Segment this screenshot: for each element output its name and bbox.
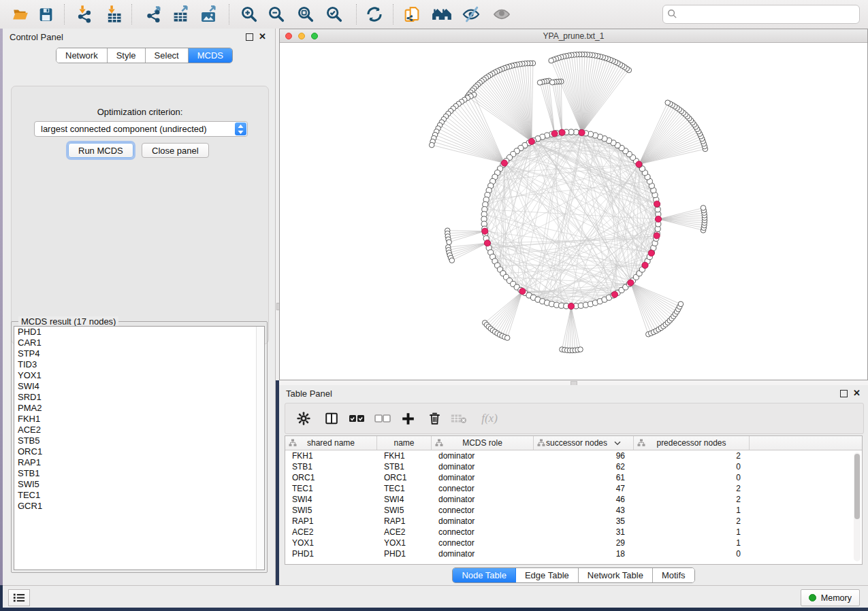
table-row[interactable]: STB1STB1dominator620 [285, 461, 862, 472]
export-image-button[interactable] [197, 3, 220, 26]
network-dominator-node[interactable] [654, 201, 660, 207]
table-row[interactable]: TEC1TEC1connector472 [285, 483, 862, 494]
tab-select[interactable]: Select [146, 48, 189, 63]
mcds-result-item[interactable]: STB1 [14, 468, 264, 479]
mcds-result-item[interactable]: TID3 [14, 359, 264, 370]
column-header-shared-name[interactable]: shared name [285, 436, 377, 450]
delete-table-button[interactable] [449, 408, 469, 429]
table-row[interactable]: ACE2ACE2connector311 [285, 527, 862, 538]
tab-motifs[interactable]: Motifs [653, 568, 694, 582]
zoom-out-button[interactable] [265, 3, 288, 26]
network-dominator-node[interactable] [655, 216, 661, 222]
table-row[interactable]: FKH1FKH1dominator962 [285, 450, 862, 461]
mcds-result-item[interactable]: SWI4 [14, 381, 264, 392]
network-dominator-node[interactable] [611, 291, 617, 297]
table-row[interactable]: YOX1YOX1connector291 [285, 538, 862, 548]
table-row[interactable]: PHD1PHD1dominator180 [285, 548, 862, 559]
optimization-criterion-select[interactable]: largest connected component (undirected) [34, 121, 248, 137]
close-panel-button[interactable]: Close panel [142, 143, 209, 158]
mcds-result-item[interactable]: RAP1 [14, 457, 264, 468]
network-node[interactable] [447, 240, 452, 245]
close-panel-icon[interactable]: ✕ [853, 389, 861, 397]
mcds-result-item[interactable]: STB5 [14, 435, 264, 446]
memory-button[interactable]: Memory [801, 589, 860, 606]
mcds-result-item[interactable]: GCR1 [14, 501, 264, 512]
network-canvas[interactable] [280, 42, 867, 380]
column-header-MCDS-role[interactable]: MCDS role [432, 436, 534, 450]
export-network-button[interactable] [142, 3, 165, 26]
table-row[interactable]: SWI5SWI5connector431 [285, 505, 862, 516]
network-window-titlebar[interactable]: YPA_prune.txt_1 [280, 29, 867, 43]
network-dominator-node[interactable] [551, 131, 558, 137]
mcds-result-item[interactable]: ACE2 [14, 425, 264, 435]
import-table-button[interactable] [102, 3, 125, 26]
refresh-view-button[interactable] [363, 3, 386, 26]
mcds-result-item[interactable]: STP4 [14, 348, 264, 359]
network-node[interactable] [550, 80, 556, 85]
zoom-in-button[interactable] [238, 3, 261, 26]
float-window-icon[interactable] [840, 390, 848, 397]
run-mcds-button[interactable]: Run MCDS [68, 143, 133, 158]
mcds-result-item[interactable]: PHD1 [14, 327, 264, 337]
mcds-result-item[interactable]: TEC1 [14, 490, 264, 501]
table-options-button[interactable] [293, 408, 314, 429]
network-dominator-node[interactable] [568, 303, 574, 309]
table-row[interactable]: ORC1ORC1dominator610 [285, 472, 862, 483]
mcds-result-item[interactable]: YOX1 [14, 370, 264, 381]
mcds-result-item[interactable]: SRD1 [14, 392, 264, 403]
delete-column-button[interactable] [424, 408, 445, 429]
network-dominator-node[interactable] [579, 129, 585, 135]
zoom-fit-button[interactable] [294, 3, 317, 26]
open-session-button[interactable] [9, 3, 32, 26]
network-node[interactable] [449, 258, 455, 263]
table-row[interactable]: SWI4SWI4dominator462 [285, 494, 862, 505]
tab-network[interactable]: Network [57, 48, 108, 63]
duplicate-network-button[interactable] [400, 3, 423, 26]
network-node[interactable] [549, 58, 554, 63]
close-panel-icon[interactable]: ✕ [259, 32, 266, 41]
network-node[interactable] [665, 100, 671, 105]
show-columns-button[interactable] [321, 408, 342, 429]
save-session-button[interactable] [34, 3, 57, 26]
network-dominator-node[interactable] [528, 138, 534, 144]
mcds-result-item[interactable]: FKH1 [14, 414, 264, 425]
network-node[interactable] [578, 347, 583, 352]
network-node[interactable] [504, 335, 510, 341]
list-scrollbar[interactable] [256, 327, 264, 569]
add-column-button[interactable] [398, 408, 418, 429]
network-node[interactable] [701, 205, 706, 211]
horizontal-splitter[interactable] [279, 380, 868, 385]
table-scrollbar[interactable] [854, 452, 861, 561]
network-dominator-node[interactable] [559, 129, 565, 135]
search-input[interactable] [681, 6, 857, 22]
hide-selected-button[interactable] [460, 3, 483, 26]
show-all-button[interactable] [490, 3, 513, 26]
network-node[interactable] [537, 80, 543, 86]
column-header-name[interactable]: name [377, 436, 432, 450]
network-dominator-node[interactable] [654, 233, 660, 239]
zoom-selected-button[interactable] [323, 3, 346, 26]
network-dominator-node[interactable] [519, 288, 526, 295]
tab-mcds[interactable]: MCDS [189, 48, 232, 63]
tab-network-table[interactable]: Network Table [579, 568, 653, 582]
unselect-all-button[interactable] [372, 408, 393, 429]
tab-node-table[interactable]: Node Table [453, 568, 516, 582]
select-all-button[interactable] [347, 408, 367, 429]
tab-edge-table[interactable]: Edge Table [516, 568, 579, 582]
mcds-result-item[interactable]: SWI5 [14, 479, 264, 490]
network-dominator-node[interactable] [482, 228, 488, 234]
export-table-button[interactable] [169, 3, 192, 26]
network-dominator-node[interactable] [648, 250, 654, 256]
network-dominator-node[interactable] [642, 262, 648, 268]
column-header-successor-nodes[interactable]: successor nodes [534, 436, 634, 450]
scrollbar-thumb[interactable] [854, 454, 860, 519]
tab-style[interactable]: Style [108, 48, 146, 63]
import-network-button[interactable] [73, 3, 96, 26]
network-dominator-node[interactable] [501, 160, 507, 166]
mcds-result-item[interactable]: PMA2 [14, 403, 264, 414]
float-window-icon[interactable] [246, 33, 253, 41]
network-node[interactable] [678, 301, 684, 307]
mcds-result-item[interactable]: ORC1 [14, 446, 264, 457]
network-dominator-node[interactable] [484, 240, 490, 246]
network-node[interactable] [429, 142, 434, 148]
